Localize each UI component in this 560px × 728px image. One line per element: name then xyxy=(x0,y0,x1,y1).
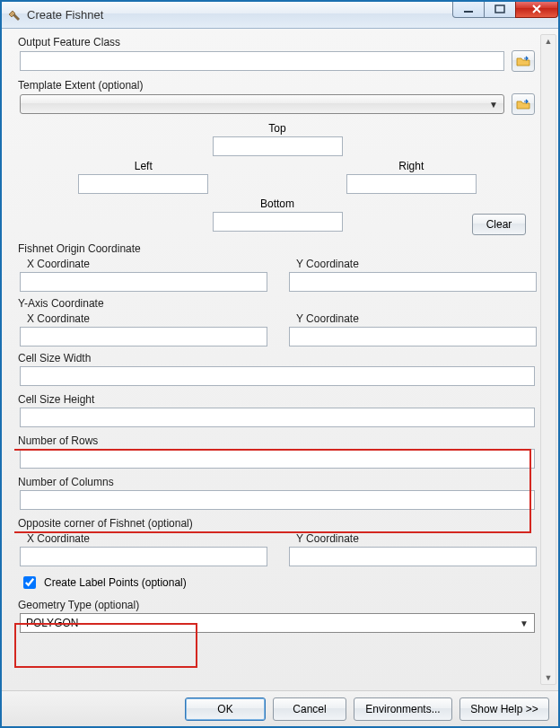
label-yaxis: Y-Axis Coordinate xyxy=(14,295,537,311)
folder-open-icon xyxy=(516,55,530,67)
label-create-label-points: Create Label Points (optional) xyxy=(44,576,187,589)
label-yaxis-y: Y Coordinate xyxy=(289,311,537,327)
label-opp-x: X Coordinate xyxy=(20,531,267,547)
yaxis-x-input[interactable] xyxy=(20,327,267,346)
scroll-up-icon: ▲ xyxy=(545,35,553,48)
extent-top-input[interactable] xyxy=(213,136,343,156)
label-origin-y: Y Coordinate xyxy=(289,257,537,272)
window-title: Create Fishnet xyxy=(27,8,103,22)
template-extent-select[interactable]: ▼ xyxy=(20,94,504,114)
geometry-type-select[interactable]: POLYGON ▼ xyxy=(20,613,535,633)
label-fishnet-origin: Fishnet Origin Coordinate xyxy=(14,241,537,257)
ok-button[interactable]: OK xyxy=(185,697,266,721)
label-yaxis-x: X Coordinate xyxy=(20,311,267,327)
extent-left-input[interactable] xyxy=(78,174,208,194)
label-extent-left: Left xyxy=(135,158,153,174)
label-template-extent: Template Extent (optional) xyxy=(14,77,537,93)
output-feature-class-input[interactable] xyxy=(20,51,504,71)
label-extent-bottom: Bottom xyxy=(260,196,294,212)
yaxis-y-input[interactable] xyxy=(289,327,537,346)
window-controls xyxy=(453,0,558,18)
label-cell-width: Cell Size Width xyxy=(14,350,537,366)
browse-extent-button[interactable] xyxy=(512,93,535,115)
create-label-points-checkbox[interactable] xyxy=(23,576,36,589)
environments-button[interactable]: Environments... xyxy=(354,697,452,721)
label-opp-corner: Opposite corner of Fishnet (optional) xyxy=(14,515,537,531)
vertical-scrollbar[interactable]: ▲ ▼ xyxy=(540,34,556,685)
minimize-button[interactable] xyxy=(452,0,485,18)
hammer-icon xyxy=(7,8,22,22)
show-help-button[interactable]: Show Help >> xyxy=(459,697,549,721)
title-bar: Create Fishnet xyxy=(2,2,558,29)
extent-bottom-input[interactable] xyxy=(213,212,343,232)
chevron-down-icon: ▼ xyxy=(489,100,498,110)
label-num-cols: Number of Columns xyxy=(14,474,537,490)
opp-x-input[interactable] xyxy=(20,547,267,566)
svg-rect-1 xyxy=(464,11,473,13)
origin-x-input[interactable] xyxy=(20,272,267,292)
dialog-body: Output Feature Class Template Extent (op… xyxy=(2,29,558,690)
num-cols-input[interactable] xyxy=(20,490,535,510)
dialog-button-bar: OK Cancel Environments... Show Help >> xyxy=(2,690,558,726)
label-origin-x: X Coordinate xyxy=(20,257,267,272)
label-extent-top: Top xyxy=(268,120,285,136)
chevron-down-icon: ▼ xyxy=(520,618,529,628)
svg-rect-2 xyxy=(495,5,504,13)
folder-open-icon xyxy=(516,98,530,110)
scroll-down-icon: ▼ xyxy=(545,671,553,684)
label-num-rows: Number of Rows xyxy=(14,433,537,449)
origin-y-input[interactable] xyxy=(289,272,537,292)
extent-right-input[interactable] xyxy=(346,174,477,194)
close-button[interactable] xyxy=(515,0,558,18)
maximize-button[interactable] xyxy=(484,0,516,18)
browse-output-button[interactable] xyxy=(512,50,535,72)
svg-rect-0 xyxy=(13,14,20,21)
cancel-button[interactable]: Cancel xyxy=(273,697,346,721)
cell-width-input[interactable] xyxy=(20,366,535,386)
opp-y-input[interactable] xyxy=(289,547,537,566)
clear-extent-button[interactable]: Clear xyxy=(472,214,526,235)
label-geometry-type: Geometry Type (optional) xyxy=(14,597,537,613)
label-opp-y: Y Coordinate xyxy=(289,531,537,547)
label-extent-right: Right xyxy=(398,158,424,174)
label-cell-height: Cell Size Height xyxy=(14,391,537,408)
num-rows-input[interactable] xyxy=(20,449,535,469)
cell-height-input[interactable] xyxy=(20,408,535,427)
label-output-feature-class: Output Feature Class xyxy=(14,34,537,50)
